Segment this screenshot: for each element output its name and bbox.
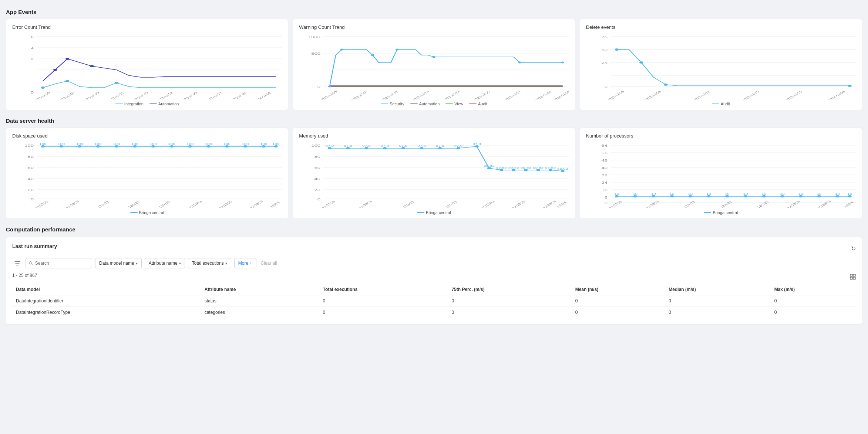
- clear-all-button[interactable]: Clear all: [259, 259, 279, 267]
- svg-text:8: 8: [604, 196, 607, 199]
- computation-section: Last run summary ↻ Data model name: [6, 237, 862, 325]
- search-box[interactable]: [26, 258, 92, 268]
- svg-text:97.8: 97.8: [344, 144, 353, 147]
- svg-text:11/27/23: 11/27/23: [34, 200, 49, 208]
- svg-point-141: [438, 147, 442, 149]
- svg-point-98: [206, 145, 210, 148]
- svg-text:2023-12-19: 2023-12-19: [130, 91, 149, 99]
- svg-text:100: 100: [205, 142, 212, 145]
- svg-text:10: 10: [614, 192, 619, 195]
- svg-rect-225: [850, 274, 852, 277]
- svg-text:100: 100: [39, 142, 46, 145]
- svg-point-34: [340, 49, 343, 51]
- svg-text:0: 0: [317, 85, 320, 89]
- total-executions-dropdown[interactable]: Total executions ▾: [188, 258, 231, 268]
- svg-text:16: 16: [601, 188, 608, 192]
- svg-text:97.8: 97.8: [362, 144, 371, 147]
- legend-automation-line: [149, 104, 157, 104]
- svg-text:100: 100: [24, 144, 34, 148]
- legend-automation2: Automation: [410, 102, 440, 106]
- svg-text:55.83: 55.83: [496, 166, 507, 169]
- legend-audit-line: [469, 104, 477, 104]
- svg-text:55.83: 55.83: [545, 166, 556, 169]
- svg-point-104: [262, 145, 266, 148]
- svg-text:2023-12-05: 2023-12-05: [319, 90, 338, 99]
- svg-point-14: [65, 58, 69, 60]
- svg-point-155: [536, 169, 540, 171]
- legend-bringa-disk: Bringa central: [130, 210, 164, 215]
- svg-point-80: [41, 145, 45, 148]
- svg-text:40: 40: [314, 177, 321, 181]
- svg-text:12/19/23: 12/19/23: [218, 200, 233, 208]
- svg-text:0: 0: [317, 197, 320, 201]
- attribute-name-label: Attribute name: [149, 261, 178, 266]
- table-body: DataIntegrationIdentifier status 0 0 0 0…: [12, 295, 856, 318]
- svg-point-33: [328, 86, 331, 88]
- svg-text:12/1/23: 12/1/23: [682, 200, 696, 208]
- svg-text:2023-12-14: 2023-12-14: [411, 90, 430, 99]
- svg-point-13: [53, 69, 57, 71]
- search-icon: [29, 261, 33, 265]
- svg-text:56: 56: [601, 151, 608, 155]
- svg-text:55.83: 55.83: [521, 166, 531, 169]
- svg-text:2023-12-27: 2023-12-27: [503, 90, 522, 99]
- svg-point-159: [561, 170, 565, 172]
- svg-text:2023-12-31: 2023-12-31: [229, 91, 248, 99]
- more-label: More +: [238, 261, 252, 266]
- svg-text:0: 0: [604, 201, 607, 205]
- total-executions-label: Total executions: [192, 261, 224, 266]
- svg-point-195: [688, 195, 692, 197]
- svg-point-149: [499, 169, 503, 171]
- page-container: App Events Error Count Trend 6 4 2 0: [0, 0, 868, 330]
- svg-text:12/19/23: 12/19/23: [511, 200, 526, 208]
- svg-text:1/5/24: 1/5/24: [269, 201, 281, 208]
- attribute-name-dropdown[interactable]: Attribute name ▾: [145, 258, 185, 268]
- legend-automation: Automation: [149, 102, 179, 106]
- svg-rect-227: [850, 277, 852, 279]
- svg-text:100: 100: [242, 142, 249, 145]
- refresh-button[interactable]: ↻: [851, 245, 856, 252]
- svg-text:1/5/24: 1/5/24: [556, 201, 568, 208]
- warning-count-legend: Security Automation View Audit: [299, 102, 569, 106]
- svg-text:25: 25: [601, 61, 608, 65]
- svg-point-131: [346, 147, 350, 149]
- svg-text:20: 20: [314, 188, 321, 192]
- legend-integration-line: [115, 104, 123, 104]
- svg-point-137: [401, 147, 405, 149]
- svg-text:10: 10: [835, 192, 840, 195]
- svg-text:100: 100: [131, 142, 138, 145]
- svg-text:100: 100: [150, 142, 157, 145]
- data-server-charts-row: Disk space used 100 80 60 40 20 0: [6, 128, 862, 219]
- svg-text:80: 80: [314, 155, 321, 159]
- table-row: DataIntegrationIdentifier status 0 0 0 0…: [12, 295, 856, 307]
- svg-text:12/13/23: 12/13/23: [786, 200, 801, 208]
- svg-text:97.8: 97.8: [399, 144, 408, 147]
- svg-point-203: [762, 195, 766, 197]
- memory-used-legend: Bringa central: [299, 210, 569, 215]
- legend-integration-label: Integration: [124, 102, 144, 106]
- svg-text:97.8: 97.8: [454, 144, 463, 147]
- grid-layout-icon[interactable]: [850, 274, 856, 281]
- svg-text:100: 100: [76, 142, 83, 145]
- legend-bringa-memory: Bringa central: [417, 210, 451, 215]
- svg-point-82: [60, 145, 63, 148]
- legend-integration: Integration: [115, 102, 144, 106]
- cell-max-1: 0: [771, 307, 856, 318]
- delete-events-title: Delete events: [586, 24, 856, 30]
- svg-text:11/27/23: 11/27/23: [608, 200, 623, 208]
- svg-text:75: 75: [601, 35, 608, 39]
- more-button[interactable]: More +: [234, 258, 256, 268]
- legend-automation-label: Automation: [158, 102, 179, 106]
- svg-text:12/7/23: 12/7/23: [158, 200, 171, 208]
- search-input[interactable]: [35, 261, 89, 266]
- svg-point-133: [365, 147, 369, 149]
- svg-text:2023-12-11: 2023-12-11: [106, 91, 125, 99]
- filter-button[interactable]: [12, 258, 23, 268]
- legend-view: View: [445, 102, 463, 106]
- data-model-name-dropdown[interactable]: Data model name ▾: [95, 258, 142, 268]
- error-count-chart-card: Error Count Trend 6 4 2 0: [6, 19, 288, 110]
- svg-text:100: 100: [223, 142, 230, 145]
- svg-point-197: [707, 195, 710, 197]
- svg-text:1000: 1000: [308, 35, 320, 39]
- cell-perc75-1: 0: [448, 307, 571, 318]
